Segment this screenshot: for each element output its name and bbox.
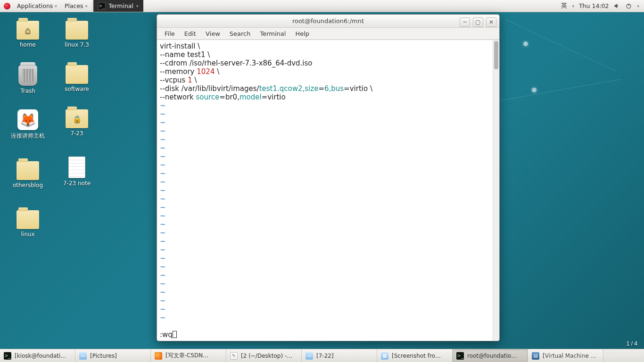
task-label: [Pictures] <box>90 353 117 359</box>
chevron-down-icon: ▾ <box>85 4 88 8</box>
window-title: root@foundation6:/mnt <box>292 17 364 25</box>
scrollbar-thumb[interactable] <box>494 41 498 69</box>
menu-file[interactable]: File <box>161 29 179 39</box>
editor-line: --disk /var/lib/libvirt/images/test1.qco… <box>160 84 372 93</box>
icon-label: linux <box>7 231 49 238</box>
applications-menu[interactable]: Applications ▾ <box>13 0 61 12</box>
terminal-icon: >_ <box>98 2 106 10</box>
folder-icon: ▭ <box>79 352 87 360</box>
scrollbar[interactable] <box>493 40 499 341</box>
icon-label: software <box>56 86 98 92</box>
places-label: Places <box>65 2 83 9</box>
icon-label: Trash <box>7 88 49 94</box>
editor-line: --cdrom /iso/rhel-server-7.3-x86_64-dvd.… <box>160 59 313 67</box>
icon-label: othersblog <box>7 182 49 189</box>
task-csdn-firefox[interactable]: [写文章-CSDN… <box>151 349 226 362</box>
textfile-icon <box>68 156 85 178</box>
desktop-icon-7-23[interactable]: 🔒 7-23 <box>56 109 98 137</box>
chevron-down-icon: ▾ <box>572 4 574 8</box>
firefox-icon <box>155 352 162 360</box>
editor-line: virt-install \ <box>160 42 200 50</box>
task-root-terminal[interactable]: >_ root@foundatio… <box>453 349 528 362</box>
top-panel: Applications ▾ Places ▾ >_ Terminal ▾ 英 … <box>0 0 644 12</box>
places-menu[interactable]: Places ▾ <box>61 0 91 12</box>
folder-icon: ▭ <box>305 352 313 360</box>
task-pictures[interactable]: ▭ [Pictures] <box>75 349 151 362</box>
window-titlebar[interactable]: root@foundation6:/mnt ─ ▢ ✕ <box>157 15 499 28</box>
desktop-icon-connect-teacher[interactable]: 🦊 连接讲师主机 <box>7 109 49 140</box>
chevron-down-icon: ▾ <box>55 4 57 8</box>
power-icon[interactable] <box>625 2 632 9</box>
app-icon: 🦊 <box>17 109 38 130</box>
icon-label: 7-23 <box>56 130 98 137</box>
editor-line: --vcpus 1 \ <box>160 76 197 84</box>
lock-icon: 🔒 <box>68 112 85 125</box>
desktop-icon-linux[interactable]: linux <box>7 210 49 238</box>
window-minimize-button[interactable]: ─ <box>460 17 470 27</box>
home-icon: ⌂ <box>19 24 36 37</box>
task-virt-manager[interactable]: ▤ [Virtual Machine … <box>528 349 603 362</box>
trash-icon <box>18 65 37 86</box>
separator <box>92 1 92 11</box>
task-label: [写文章-CSDN… <box>165 352 208 360</box>
desktop-icon-linux73[interactable]: linux 7.3 <box>56 21 98 48</box>
menu-terminal[interactable]: Terminal <box>256 29 289 39</box>
image-icon: ▦ <box>381 352 388 360</box>
desktop-icon-othersblog[interactable]: othersblog <box>7 161 49 189</box>
icon-label: home <box>7 41 49 48</box>
menu-view[interactable]: View <box>202 29 224 39</box>
vim-command-line[interactable]: :wq <box>160 330 177 339</box>
task-7-22[interactable]: ▭ [7-22] <box>302 349 377 362</box>
editor-line: --network source=br0,model=virtio <box>160 93 286 101</box>
clock[interactable]: Thu 14:02 <box>579 2 609 9</box>
chevron-down-icon: ▾ <box>136 4 139 8</box>
task-label: [Virtual Machine … <box>543 353 596 359</box>
icon-label: 7-23 note <box>56 180 98 187</box>
ime-indicator[interactable]: 英 <box>561 2 567 10</box>
icon-label: 连接讲师主机 <box>7 132 49 140</box>
desktop-icon-trash[interactable]: Trash <box>7 65 49 94</box>
task-label: [7-22] <box>316 353 334 359</box>
task-label: [Screenshot fro… <box>392 353 441 359</box>
page-indicator: 1 / 4 <box>627 340 637 347</box>
task-screenshot[interactable]: ▦ [Screenshot fro… <box>377 349 453 362</box>
editor-icon: ✎ <box>230 352 238 360</box>
menu-search[interactable]: Search <box>226 29 255 39</box>
window-close-button[interactable]: ✕ <box>486 17 496 27</box>
editor-line: --name test1 \ <box>160 50 210 59</box>
desktop-icon-software[interactable]: software <box>56 65 98 92</box>
terminal-window: root@foundation6:/mnt ─ ▢ ✕ File Edit Vi… <box>157 14 500 341</box>
cursor-icon <box>173 331 177 338</box>
task-label: root@foundatio… <box>467 353 517 359</box>
icon-label: linux 7.3 <box>56 41 98 48</box>
task-gedit[interactable]: ✎ [2 (~/Desktop) -… <box>226 349 302 362</box>
menu-help[interactable]: Help <box>291 29 313 39</box>
volume-icon[interactable] <box>613 2 620 9</box>
terminal-icon: >_ <box>4 352 11 360</box>
terminal-editor[interactable]: virt-install \ --name test1 \ --cdrom /i… <box>157 40 493 341</box>
desktop-icon-home[interactable]: ⌂ home <box>7 21 49 48</box>
terminal-icon: >_ <box>456 352 464 360</box>
task-label: [kiosk@foundati… <box>15 353 66 359</box>
panel-task-label: Terminal <box>108 2 133 9</box>
window-maximize-button[interactable]: ▢ <box>473 17 483 27</box>
editor-line: --memory 1024 \ <box>160 67 219 76</box>
vm-icon: ▤ <box>532 352 539 360</box>
menu-edit[interactable]: Edit <box>181 29 200 39</box>
terminal-menubar: File Edit View Search Terminal Help <box>157 28 499 40</box>
task-kiosk-terminal[interactable]: >_ [kiosk@foundati… <box>0 349 75 362</box>
applications-label: Applications <box>17 2 53 9</box>
chevron-down-icon: ▾ <box>637 4 639 8</box>
panel-task-terminal[interactable]: >_ Terminal ▾ <box>93 0 143 12</box>
redhat-logo-icon <box>4 3 10 9</box>
bottom-taskbar: >_ [kiosk@foundati… ▭ [Pictures] [写文章-CS… <box>0 349 644 362</box>
desktop-icon-7-23-note[interactable]: 7-23 note <box>56 156 98 187</box>
task-label: [2 (~/Desktop) -… <box>241 353 292 359</box>
